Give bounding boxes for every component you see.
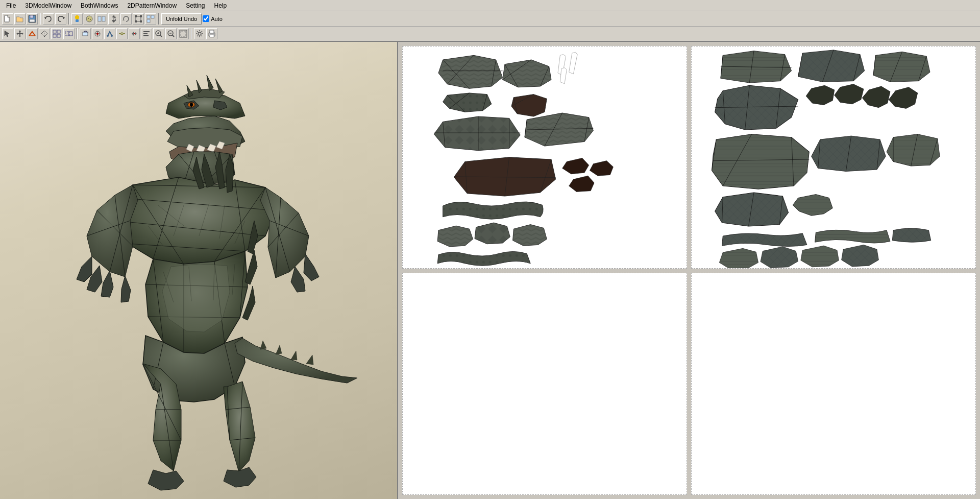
main-content: [0, 42, 980, 499]
ungroup-button[interactable]: [63, 28, 75, 39]
svg-point-39: [96, 33, 99, 35]
svg-marker-138: [306, 355, 313, 365]
pattern-window[interactable]: [398, 42, 980, 499]
svg-marker-243: [761, 247, 798, 268]
color-button[interactable]: [71, 13, 83, 25]
svg-marker-161: [438, 55, 503, 88]
pattern-page-3[interactable]: [402, 273, 687, 495]
svg-marker-221: [806, 85, 834, 105]
auto-checkbox[interactable]: [203, 15, 209, 22]
svg-point-7: [75, 15, 79, 19]
zoomout-button[interactable]: [165, 28, 177, 39]
menu-file[interactable]: File: [2, 1, 20, 10]
menu-bothwindows[interactable]: BothWindows: [77, 1, 122, 10]
separator-4: [77, 28, 78, 39]
svg-marker-180: [434, 116, 520, 151]
settings-button[interactable]: [194, 28, 205, 39]
svg-marker-5: [44, 17, 46, 19]
save-button[interactable]: [27, 13, 38, 25]
scale3d-button[interactable]: [133, 13, 144, 25]
svg-marker-170: [503, 60, 551, 87]
svg-marker-178: [569, 52, 577, 74]
separator-2: [68, 13, 69, 25]
join-edge-button[interactable]: [104, 28, 115, 39]
svg-marker-199: [475, 223, 510, 244]
menu-3dmodelwindow[interactable]: 3DModelWindow: [21, 1, 76, 10]
svg-marker-195: [562, 158, 589, 174]
svg-marker-100: [101, 271, 113, 297]
texture-button[interactable]: [84, 13, 95, 25]
redo-button[interactable]: [55, 13, 66, 25]
svg-line-50: [160, 35, 162, 37]
pattern-page-4[interactable]: [691, 273, 976, 495]
svg-point-41: [111, 35, 113, 37]
move3d-button[interactable]: [108, 13, 119, 25]
svg-marker-134: [235, 338, 357, 383]
print-button[interactable]: [206, 28, 217, 39]
svg-point-11: [90, 19, 91, 20]
fold-button[interactable]: [27, 28, 38, 39]
zoomfit-button[interactable]: [178, 28, 189, 39]
open-button[interactable]: [14, 13, 26, 25]
svg-rect-57: [181, 31, 186, 36]
svg-rect-46: [143, 31, 150, 32]
svg-rect-12: [98, 16, 101, 21]
svg-marker-174: [511, 94, 547, 116]
move2d-button[interactable]: [14, 28, 26, 39]
svg-rect-19: [135, 15, 137, 17]
svg-marker-200: [513, 225, 547, 246]
view3d-button[interactable]: [145, 13, 156, 25]
auto-label: Auto: [211, 16, 223, 22]
svg-marker-223: [862, 86, 890, 108]
rotate3d-button[interactable]: [120, 13, 132, 25]
svg-marker-216: [715, 85, 798, 130]
split-edge-button[interactable]: [129, 28, 140, 39]
auto-checkbox-label[interactable]: Auto: [203, 15, 223, 22]
svg-marker-198: [437, 226, 473, 247]
menu-2dpatternwindow[interactable]: 2DPatternWindow: [123, 1, 181, 10]
disjoin-button[interactable]: [116, 28, 128, 39]
flip2d-button[interactable]: [39, 28, 50, 39]
undo-button[interactable]: [43, 13, 54, 25]
svg-rect-25: [147, 19, 150, 22]
svg-marker-101: [121, 276, 131, 302]
pattern-page-2[interactable]: [691, 46, 976, 269]
svg-rect-28: [53, 30, 56, 33]
svg-marker-179: [560, 68, 567, 84]
svg-marker-127: [148, 470, 184, 490]
pattern-page-1[interactable]: [402, 46, 687, 269]
svg-rect-48: [143, 35, 149, 36]
svg-rect-20: [140, 15, 142, 17]
svg-marker-245: [842, 245, 879, 266]
svg-marker-225: [712, 134, 810, 189]
flip-button[interactable]: [96, 13, 107, 25]
svg-rect-30: [53, 34, 56, 37]
svg-rect-24: [151, 15, 154, 18]
rotate-part-button[interactable]: [80, 28, 91, 39]
separator-1: [40, 13, 41, 25]
group-button[interactable]: [51, 28, 62, 39]
menu-setting[interactable]: Setting: [182, 1, 209, 10]
select2d-button[interactable]: [2, 28, 13, 39]
svg-rect-1: [8, 15, 10, 17]
svg-rect-21: [135, 20, 137, 22]
svg-rect-31: [57, 34, 60, 37]
godzilla-model: [31, 52, 368, 496]
align2-button[interactable]: [141, 28, 152, 39]
svg-marker-197: [569, 176, 594, 192]
svg-marker-137: [291, 351, 297, 360]
svg-rect-23: [147, 15, 150, 18]
unfold-undo-button[interactable]: Unfold Undo: [161, 13, 202, 25]
menu-help[interactable]: Help: [210, 1, 231, 10]
svg-marker-238: [715, 193, 789, 226]
zoomin-button[interactable]: [153, 28, 164, 39]
new-button[interactable]: [2, 13, 13, 25]
svg-rect-13: [102, 16, 105, 21]
svg-point-44: [121, 33, 123, 35]
model-window[interactable]: [0, 42, 398, 499]
svg-rect-4: [30, 19, 35, 22]
toolbar2: [0, 27, 980, 42]
svg-rect-32: [65, 32, 69, 36]
menu-bar: File 3DModelWindow BothWindows 2DPattern…: [0, 0, 980, 11]
snap-button[interactable]: [92, 28, 103, 39]
